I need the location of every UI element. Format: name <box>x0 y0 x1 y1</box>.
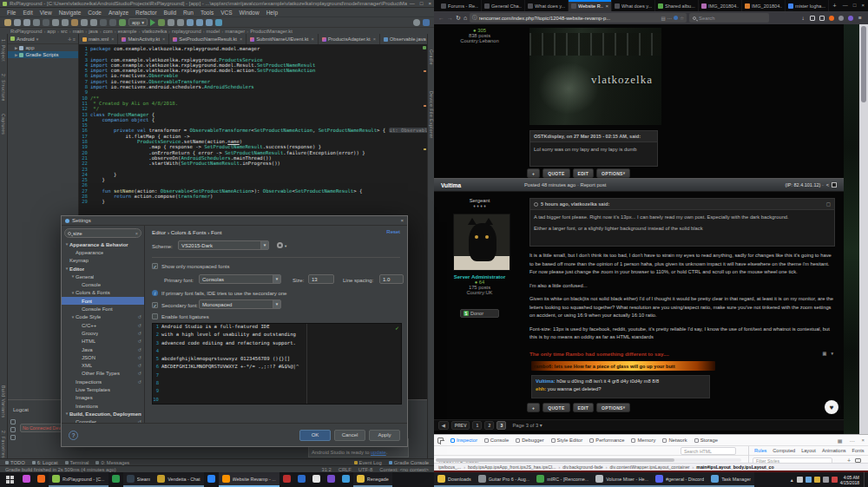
taskbar-steam[interactable]: Steam <box>123 472 155 487</box>
collapse-icons[interactable]: ▣ ▾ <box>822 351 835 357</box>
settings-tree-item[interactable]: ▼Colors & Fonts <box>62 289 144 297</box>
menu-view[interactable]: View <box>36 10 56 16</box>
tray-icon-4[interactable] <box>823 477 829 483</box>
tool-button-project[interactable]: 1: Project <box>1 39 6 62</box>
library-icon[interactable] <box>809 15 816 22</box>
menu-navigate[interactable]: Navigate <box>56 10 85 16</box>
search-everywhere-icon[interactable] <box>413 19 420 26</box>
url-bar[interactable]: ⓘ rencorner.com/index.php?/topic/12048-w… <box>470 13 687 23</box>
breadcrumb-item[interactable]: main <box>73 29 84 34</box>
apply-button[interactable]: Apply <box>369 430 400 441</box>
ghostery-icon[interactable] <box>828 15 835 22</box>
browser-tab[interactable]: General Cha... <box>482 0 525 11</box>
open-icon[interactable] <box>4 19 11 26</box>
tool-window-terminal[interactable]: Terminal <box>65 460 89 465</box>
help-button[interactable]: ? <box>69 431 78 440</box>
settings-tree-item[interactable]: ▼Appearance & Behavior <box>62 240 144 248</box>
back-icon[interactable]: ← <box>438 14 444 23</box>
close-tab-icon[interactable]: × <box>162 36 165 42</box>
scrollbar-thumb[interactable] <box>861 26 866 102</box>
build-icon[interactable] <box>119 19 126 26</box>
menu-run[interactable]: Run <box>180 10 197 16</box>
options-button[interactable]: OPTIONS ▾ <box>596 403 630 412</box>
breadcrumb-item[interactable]: ProductManager.kt <box>250 29 293 34</box>
tray-icon-2[interactable] <box>806 477 812 483</box>
tool-button-captures[interactable]: Captures <box>1 114 6 135</box>
breadcrumb-item[interactable]: com <box>103 29 113 34</box>
multiquote-button[interactable]: + <box>527 403 540 412</box>
tray-icon-5[interactable] <box>832 477 838 483</box>
settings-tree-item[interactable]: Console Font <box>62 305 144 313</box>
sidebar-tab-layout[interactable]: Layout <box>801 448 816 453</box>
breadcrumb-node[interactable]: div.contentWrapper.ipsLayout_container <box>609 464 689 470</box>
breadcrumb-item[interactable]: manager <box>225 29 245 34</box>
breadcrumb-item[interactable]: model <box>207 29 220 34</box>
profiler-icon[interactable] <box>177 19 184 26</box>
menu-code[interactable]: Code <box>84 10 105 16</box>
tool-button-devicefileexplorer[interactable]: Device File Explorer <box>429 91 434 139</box>
home-icon[interactable]: ⌂ <box>464 14 467 23</box>
project-tree-item[interactable]: ▶app <box>8 44 78 51</box>
breadcrumb-node[interactable]: ipsfocus_... <box>438 464 461 470</box>
settings-tree-item[interactable]: ▼General <box>62 273 144 280</box>
container-icon[interactable] <box>847 15 854 22</box>
sdk-manager-icon[interactable] <box>206 19 213 26</box>
font-preview-pane[interactable]: 1Android Studio is a full-featured IDE2w… <box>152 323 402 405</box>
editor-tab[interactable]: SubmitNameUIEvent.kt× <box>247 34 318 44</box>
tray-icon-3[interactable] <box>814 477 820 483</box>
scheme-gear-icon[interactable] <box>277 242 283 248</box>
ligatures-checkbox[interactable]: ✓ <box>152 313 158 319</box>
gradle-sync-icon[interactable] <box>196 19 203 26</box>
collapse-all-icon[interactable]: ≡ <box>73 36 76 42</box>
settings-tree-item[interactable]: Appearance <box>62 248 144 256</box>
edit-button[interactable]: EDIT <box>573 168 595 178</box>
menu-edit[interactable]: Edit <box>19 10 36 16</box>
taskbar-tool-blue[interactable] <box>339 472 353 487</box>
status-widget[interactable]: CRLF <box>339 467 352 472</box>
browser-tab[interactable]: Forums - Re... <box>438 0 482 11</box>
project-view-selector[interactable]: Android ▾ ✛ ≡ <box>8 34 78 44</box>
breadcrumb-item[interactable]: example <box>118 29 137 34</box>
breadcrumb-node[interactable]: main#ipsLayout_body.ipsLayout_co <box>696 464 773 470</box>
secondary-font-select[interactable]: Monospaced ▼ <box>199 299 281 309</box>
taskbar-volume-mixer[interactable]: Volume Mixer - He... <box>592 472 652 487</box>
taskbar-app-blue[interactable] <box>294 472 309 487</box>
status-widget[interactable]: 31:2 <box>321 467 331 472</box>
search-html-input[interactable]: Search HTML <box>681 447 736 455</box>
settings-search-input[interactable]: size × <box>64 228 141 238</box>
monospaced-checkbox[interactable]: ✓ <box>152 263 158 269</box>
copy-icon[interactable] <box>62 19 69 26</box>
editor-tab[interactable]: MainActivity.kt× <box>118 34 169 44</box>
tool-window-messages[interactable]: 0: Messages <box>95 460 129 465</box>
warning-stripe-mark[interactable] <box>424 148 426 150</box>
page-info[interactable]: Page 3 of 3 ▾ <box>512 423 542 428</box>
devtools-tab-inspector[interactable]: Inspector <box>450 438 477 443</box>
settings-tree-item[interactable]: Keymap <box>62 257 144 265</box>
start-button[interactable] <box>0 472 19 487</box>
page-button-2[interactable]: 2 <box>484 421 494 430</box>
settings-tree-item[interactable]: C/C++↺ <box>62 321 144 329</box>
downloads-icon[interactable]: ↓ <box>799 15 806 22</box>
replace-icon[interactable] <box>90 19 97 26</box>
editor-tab[interactable]: SetProductNameResult.kt× <box>169 34 247 44</box>
taskbar-firefox[interactable]: Website Revamp - ... <box>219 472 279 487</box>
breadcrumb-item[interactable]: java <box>89 29 98 34</box>
sidebar-tab-rules[interactable]: Rules <box>754 448 766 453</box>
devtools-tab-style-editor[interactable]: Style Editor <box>551 438 583 443</box>
menu-help[interactable]: Help <box>263 10 281 16</box>
settings-tree-item[interactable]: ▼Build, Execution, Deployment <box>62 410 144 418</box>
menu-file[interactable]: File <box>3 10 19 16</box>
quote-button[interactable]: QUOTE <box>542 168 569 178</box>
reload-icon[interactable]: ↻ <box>456 14 461 23</box>
devtools-tab-performance[interactable]: Performance <box>589 438 624 443</box>
help-icon[interactable] <box>215 19 222 26</box>
editor-tab[interactable]: main.xml× <box>79 34 118 44</box>
devtools-tab-storage[interactable]: Storage <box>694 438 718 443</box>
paste-icon[interactable] <box>71 19 78 26</box>
run-config-combo[interactable]: app▾ <box>128 18 148 26</box>
breadcrumb-item[interactable]: app <box>47 29 56 34</box>
show-desktop-button[interactable] <box>864 472 865 487</box>
page-actions-icon[interactable]: ⋯ <box>667 16 673 21</box>
sidebar-tab-fonts[interactable]: Fonts <box>852 448 865 453</box>
breadcrumb-item[interactable]: src <box>61 29 68 34</box>
